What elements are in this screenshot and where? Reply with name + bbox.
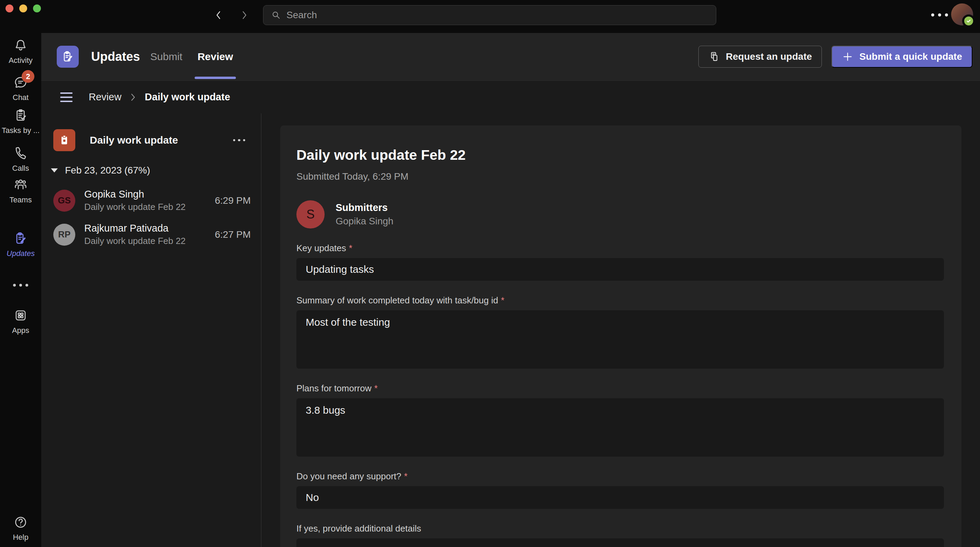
rail-item-label: Updates — [6, 249, 35, 258]
field-label: Key updates — [296, 243, 346, 253]
close-window-button[interactable] — [5, 5, 13, 13]
tab-submit[interactable]: Submit — [143, 33, 190, 81]
phone-icon — [13, 146, 28, 161]
chat-unread-badge: 2 — [22, 70, 34, 83]
rail-item-label: Activity — [9, 56, 33, 65]
panel-more-menu[interactable] — [232, 136, 246, 144]
rail-item-activity[interactable]: Activity — [0, 38, 41, 65]
window-titlebar: Search — [0, 0, 980, 33]
apps-grid-icon — [13, 308, 28, 323]
rail-item-teams[interactable]: Teams — [0, 177, 41, 205]
bell-icon — [13, 38, 28, 53]
app-content: Updates Submit Review Request an update … — [41, 33, 980, 547]
tab-review[interactable]: Review — [190, 33, 240, 81]
date-group-header[interactable]: Feb 23, 2023 (67%) — [41, 165, 261, 176]
rail-item-apps[interactable]: Apps — [0, 308, 41, 335]
rail-item-label: Tasks by ... — [2, 126, 40, 135]
panel-header: Daily work update — [41, 113, 261, 151]
field-need-support: Do you need any support?* No — [296, 470, 944, 509]
app-tabs: Submit Review — [143, 33, 241, 81]
field-summary-value[interactable]: Most of the testing — [296, 310, 944, 369]
rail-item-updates[interactable]: Updates — [0, 231, 41, 258]
updates-clipboard-icon — [13, 231, 28, 246]
chat-icon: 2 — [13, 75, 28, 90]
submitter-avatar: S — [296, 200, 325, 228]
field-key-updates: Key updates* Updating tasks — [296, 242, 944, 281]
form-fields: Key updates* Updating tasks Summary of w… — [296, 242, 944, 547]
search-icon — [271, 10, 281, 20]
submission-subtitle: Daily work update Feb 22 — [84, 236, 186, 246]
field-need-support-value[interactable]: No — [296, 486, 944, 509]
submission-time: 6:29 PM — [210, 195, 251, 206]
breadcrumb-review[interactable]: Review — [89, 91, 121, 103]
breadcrumb: Review Daily work update — [41, 81, 980, 113]
field-label: Summary of work completed today with tas… — [296, 295, 498, 306]
rail-item-label: Apps — [12, 326, 29, 335]
teams-window: Search Activity 2 Chat Task — [0, 0, 980, 547]
back-button[interactable] — [213, 10, 224, 22]
submission-subtitle: Daily work update Feb 22 — [84, 202, 186, 212]
caret-down-icon — [51, 168, 58, 173]
field-key-updates-value[interactable]: Updating tasks — [296, 258, 944, 281]
rail-item-label: Chat — [13, 93, 29, 102]
date-group-label: Feb 23, 2023 (67%) — [65, 165, 150, 176]
rail-item-label: Teams — [10, 195, 32, 205]
submissions-panel: Daily work update Feb 23, 2023 (67%) GS … — [41, 113, 261, 547]
field-label: If yes, provide additional details — [296, 523, 421, 534]
submitters-label: Submitters — [336, 202, 393, 213]
field-additional-details-value[interactable]: no — [296, 538, 944, 547]
search-placeholder: Search — [286, 10, 317, 21]
history-nav — [213, 10, 250, 22]
required-asterisk: * — [374, 383, 377, 393]
required-asterisk: * — [404, 471, 407, 481]
submitter-name: Gopika Singh — [84, 189, 186, 200]
window-controls — [5, 5, 41, 13]
field-plans-tomorrow-value[interactable]: 3.8 bugs — [296, 398, 944, 457]
more-apps-icon — [13, 277, 28, 293]
submitted-timestamp: Submitted Today, 6:29 PM — [296, 171, 944, 182]
submitters-name: Gopika Singh — [336, 216, 393, 227]
rail-item-label: Calls — [13, 164, 29, 173]
field-label: Do you need any support? — [296, 471, 401, 481]
hamburger-menu-icon[interactable] — [60, 90, 73, 104]
rail-item-more[interactable] — [0, 277, 41, 293]
field-label: Plans for tomorrow — [296, 383, 371, 393]
panel-title: Daily work update — [90, 134, 178, 146]
header-actions: Request an update Submit a quick update — [698, 46, 972, 68]
rail-item-calls[interactable]: Calls — [0, 146, 41, 173]
presence-available-icon — [962, 14, 975, 27]
rail-item-help[interactable]: Help — [0, 515, 41, 542]
zoom-window-button[interactable] — [33, 5, 41, 13]
updates-app-header: Updates Submit Review Request an update … — [41, 33, 980, 81]
rail-item-chat[interactable]: 2 Chat — [0, 75, 41, 102]
list-item[interactable]: RP Rajkumar Pativada Daily work update F… — [41, 217, 261, 252]
request-update-icon — [708, 51, 720, 63]
search-input[interactable]: Search — [263, 5, 716, 25]
required-asterisk: * — [501, 295, 504, 306]
submission-card: Daily work update Feb 22 Submitted Today… — [280, 125, 961, 547]
tasks-icon — [13, 108, 28, 123]
help-icon — [13, 515, 28, 530]
submit-quick-update-button[interactable]: Submit a quick update — [832, 46, 972, 68]
updates-app-icon — [57, 46, 79, 68]
list-item[interactable]: GS Gopika Singh Daily work update Feb 22… — [41, 184, 261, 217]
request-update-button[interactable]: Request an update — [698, 46, 822, 68]
minimize-window-button[interactable] — [19, 5, 27, 13]
app-rail: Activity 2 Chat Tasks by ... Calls T — [0, 33, 41, 547]
field-additional-details: If yes, provide additional details no — [296, 523, 944, 547]
user-avatar[interactable] — [951, 3, 973, 25]
submitter-name: Rajkumar Pativada — [84, 223, 186, 234]
submission-detail: Daily work update Feb 22 Submitted Today… — [261, 113, 980, 547]
rail-item-tasks[interactable]: Tasks by ... — [0, 108, 41, 135]
required-asterisk: * — [349, 243, 352, 253]
breadcrumb-current-page: Daily work update — [145, 91, 230, 103]
submission-time: 6:27 PM — [210, 229, 251, 240]
submission-title: Daily work update Feb 22 — [296, 147, 944, 163]
forward-button[interactable] — [239, 10, 250, 22]
review-body: Daily work update Feb 23, 2023 (67%) GS … — [41, 113, 980, 547]
teams-people-icon — [13, 177, 28, 192]
app-title: Updates — [91, 49, 140, 64]
plus-icon — [842, 51, 853, 63]
avatar: RP — [53, 224, 75, 246]
titlebar-more-menu[interactable] — [929, 11, 950, 19]
